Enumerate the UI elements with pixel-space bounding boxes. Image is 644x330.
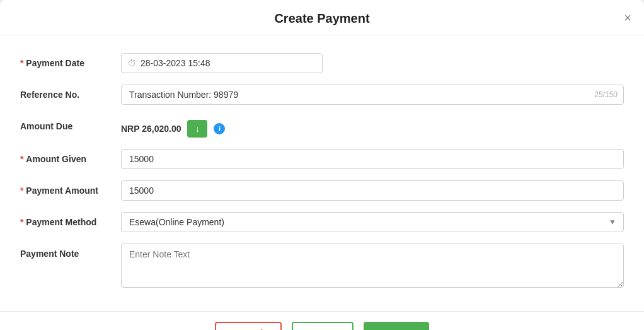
payment-method-field: Esewa(Online Payment) Cash Bank Transfer… xyxy=(121,212,624,232)
payment-date-input[interactable] xyxy=(121,53,323,73)
amount-given-input[interactable] xyxy=(121,149,624,169)
ref-counter: 25/150 xyxy=(594,90,618,99)
amount-given-field xyxy=(121,149,624,169)
amount-due-label: Amount Due xyxy=(20,116,121,131)
amount-due-value: NRP 26,020.00 xyxy=(121,124,181,134)
payment-amount-label: Payment Amount xyxy=(20,180,121,196)
payment-note-textarea[interactable] xyxy=(121,244,624,288)
ref-input-wrapper: 25/150 xyxy=(121,85,624,105)
modal-footer: Cancel Reset Create xyxy=(0,311,644,330)
down-arrow-icon: ↓ xyxy=(195,124,200,134)
payment-method-label: Payment Method xyxy=(20,212,121,227)
reference-no-input[interactable] xyxy=(121,85,624,105)
payment-date-field: ⏱ xyxy=(121,53,624,73)
amount-due-field: NRP 26,020.00 ↓ i xyxy=(121,116,624,138)
payment-method-select-wrapper: Esewa(Online Payment) Cash Bank Transfer… xyxy=(121,212,624,232)
modal-body: Payment Date ⏱ Reference No. 25/150 Amou… xyxy=(0,35,644,311)
payment-date-row: Payment Date ⏱ xyxy=(20,53,624,73)
modal-header: Create Payment × xyxy=(0,0,644,35)
payment-note-field xyxy=(121,244,624,290)
amount-given-row: Amount Given xyxy=(20,149,624,169)
amount-due-display: NRP 26,020.00 ↓ i xyxy=(121,116,624,138)
reference-no-field: 25/150 xyxy=(121,85,624,105)
payment-date-label: Payment Date xyxy=(20,53,121,68)
amount-given-label: Amount Given xyxy=(20,149,121,164)
amount-due-row: Amount Due NRP 26,020.00 ↓ i xyxy=(20,116,624,138)
payment-amount-input[interactable] xyxy=(121,180,624,201)
payment-note-label: Payment Note xyxy=(20,244,121,259)
cancel-button[interactable]: Cancel xyxy=(215,322,282,330)
payment-amount-field xyxy=(121,180,624,201)
close-button[interactable]: × xyxy=(624,11,631,24)
payment-note-row: Payment Note xyxy=(20,244,624,290)
clock-icon: ⏱ xyxy=(127,58,136,68)
reference-no-row: Reference No. 25/150 xyxy=(20,85,624,105)
modal-title: Create Payment xyxy=(274,11,369,26)
create-button[interactable]: Create xyxy=(364,322,429,330)
fill-down-button[interactable]: ↓ xyxy=(187,120,207,138)
reference-no-label: Reference No. xyxy=(20,85,121,100)
info-icon: i xyxy=(214,123,225,134)
reset-button[interactable]: Reset xyxy=(292,322,354,330)
payment-method-row: Payment Method Esewa(Online Payment) Cas… xyxy=(20,212,624,232)
create-payment-modal: Create Payment × Payment Date ⏱ Referenc… xyxy=(0,0,644,330)
payment-method-select[interactable]: Esewa(Online Payment) Cash Bank Transfer xyxy=(121,212,624,232)
date-input-wrapper: ⏱ xyxy=(121,53,323,73)
payment-amount-row: Payment Amount xyxy=(20,180,624,201)
